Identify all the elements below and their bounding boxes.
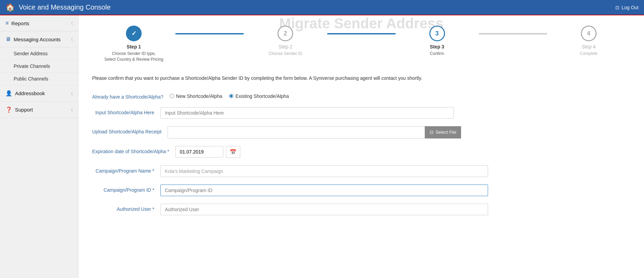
step-1: ✓ Step 1 Choose Sender ID type,Select Co… [92, 26, 175, 62]
addressbook-arrow-icon: 〈 [71, 91, 73, 96]
reports-icon: ≡ [5, 20, 9, 26]
input-shortcode-label: Input Shortcode/Alpha Here [92, 107, 160, 115]
input-shortcode-row: Input Shortcode/Alpha Here [92, 107, 630, 119]
radio-new-input[interactable] [170, 94, 174, 98]
sidebar-item-reports-label: Reports [11, 20, 29, 26]
sidebar-item-messaging-label: Messaging Accounts [14, 36, 61, 42]
step-1-label: Step 1 [127, 44, 141, 49]
connector-1-2 [175, 33, 244, 34]
select-file-button[interactable]: ⊡ Select File [425, 126, 461, 138]
step-2-label: Step 2 [278, 44, 292, 49]
radio-existing-label: Existing Shortcode/Alpha [235, 93, 289, 99]
radio-existing-input[interactable] [229, 94, 233, 98]
main-content: Migrate Sender Address ✓ Step 1 Choose S… [78, 15, 644, 278]
radio-new[interactable]: New Shortcode/Alpha [170, 93, 222, 99]
radio-new-label: New Shortcode/Alpha [176, 93, 222, 99]
campaign-name-input[interactable] [160, 165, 488, 177]
step-1-sublabel: Choose Sender ID type,Select Country & R… [104, 51, 163, 62]
step-3-sublabel: Confirm [430, 51, 444, 57]
step-4-circle: 4 [581, 26, 597, 41]
radio-existing[interactable]: Existing Shortcode/Alpha [229, 93, 289, 99]
sidebar-item-reports[interactable]: ≡ Reports 〈 [0, 15, 78, 31]
authorized-user-row: Authorized User * [92, 204, 630, 215]
file-upload-box [168, 126, 425, 138]
file-icon: ⊡ [430, 130, 433, 135]
home-icon[interactable]: 🏠 [5, 3, 15, 12]
file-upload-wrap: ⊡ Select File [168, 126, 461, 138]
step-2: 2 Step 2 Choose Sender ID [244, 26, 327, 57]
sidebar: ≡ Reports 〈 🖥 Messaging Accounts 〈 Sende… [0, 15, 78, 278]
upload-label: Upload Shortcode/Alpha Receipt [92, 126, 168, 134]
reports-arrow-icon: 〈 [71, 21, 73, 26]
addressbook-icon: 👤 [5, 90, 12, 97]
connector-3-4 [479, 33, 547, 34]
support-arrow-icon: 〈 [71, 107, 73, 112]
step-3-circle: 3 [429, 26, 445, 41]
campaign-name-label: Campaign/Program Name * [92, 165, 160, 174]
sidebar-item-addressbook[interactable]: 👤 Addressbook 〈 [0, 85, 78, 102]
sidebar-sub-item-public-channels[interactable]: Public Channels [0, 73, 78, 85]
logout-icon: ⊡ [615, 5, 619, 10]
step-1-circle: ✓ [126, 26, 142, 41]
sidebar-item-support[interactable]: ❓ Support 〈 [0, 102, 78, 118]
stepper: ✓ Step 1 Choose Sender ID type,Select Co… [92, 26, 630, 62]
campaign-name-row: Campaign/Program Name * [92, 165, 630, 177]
app-title: Voice and Messaging Console [19, 3, 111, 11]
sidebar-item-messaging-accounts[interactable]: 🖥 Messaging Accounts 〈 [0, 31, 78, 47]
shortcode-radio-row: Already have a Shortcode/Alpha? New Shor… [92, 91, 630, 100]
messaging-arrow-icon: 〈 [71, 37, 73, 42]
authorized-user-input[interactable] [160, 204, 488, 215]
shortcode-input[interactable] [160, 107, 454, 119]
step-3-label: Step 3 [430, 44, 444, 49]
calendar-icon: 📅 [230, 149, 237, 155]
shortcode-question-label: Already have a Shortcode/Alpha? [92, 91, 170, 100]
select-file-label: Select File [435, 130, 456, 135]
step-2-sublabel: Choose Sender ID [269, 51, 302, 57]
step-4-sublabel: Complete [580, 51, 597, 57]
form-area: Please confirm that you want to purchase… [92, 75, 630, 215]
sidebar-sub-item-sender-address[interactable]: Sender Address [0, 47, 78, 60]
campaign-id-label: Campaign/Program ID * [92, 185, 160, 193]
campaign-id-input[interactable] [160, 185, 488, 196]
step-2-circle: 2 [277, 26, 293, 41]
header-left: 🏠 Voice and Messaging Console [5, 3, 111, 12]
sidebar-item-support-label: Support [15, 107, 33, 113]
step-4-label: Step 4 [582, 44, 596, 49]
calendar-button[interactable]: 📅 [226, 146, 240, 158]
authorized-user-label: Authorized User * [92, 204, 160, 212]
messaging-icon: 🖥 [5, 36, 11, 42]
date-wrap: 📅 [175, 146, 630, 158]
sidebar-sub-item-private-channels[interactable]: Private Channels [0, 60, 78, 73]
logout-button[interactable]: ⊡ Log Out [615, 5, 639, 10]
expiration-label: Expiration date of Shortcode/Alpha * [92, 146, 175, 154]
upload-receipt-row: Upload Shortcode/Alpha Receipt ⊡ Select … [92, 126, 630, 138]
step-4: 4 Step 4 Complete [547, 26, 630, 57]
step-3: 3 Step 3 Confirm [396, 26, 479, 57]
sidebar-item-addressbook-label: Addressbook [15, 90, 45, 96]
shortcode-radio-group: New Shortcode/Alpha Existing Shortcode/A… [170, 91, 630, 99]
app-header: 🏠 Voice and Messaging Console ⊡ Log Out [0, 0, 644, 15]
support-icon: ❓ [5, 106, 12, 113]
confirm-text: Please confirm that you want to purchase… [92, 75, 630, 82]
expiration-date-input[interactable] [175, 146, 223, 158]
expiration-row: Expiration date of Shortcode/Alpha * 📅 [92, 146, 630, 158]
connector-2-3 [327, 33, 396, 34]
campaign-id-row: Campaign/Program ID * [92, 185, 630, 196]
layout: ≡ Reports 〈 🖥 Messaging Accounts 〈 Sende… [0, 15, 644, 278]
